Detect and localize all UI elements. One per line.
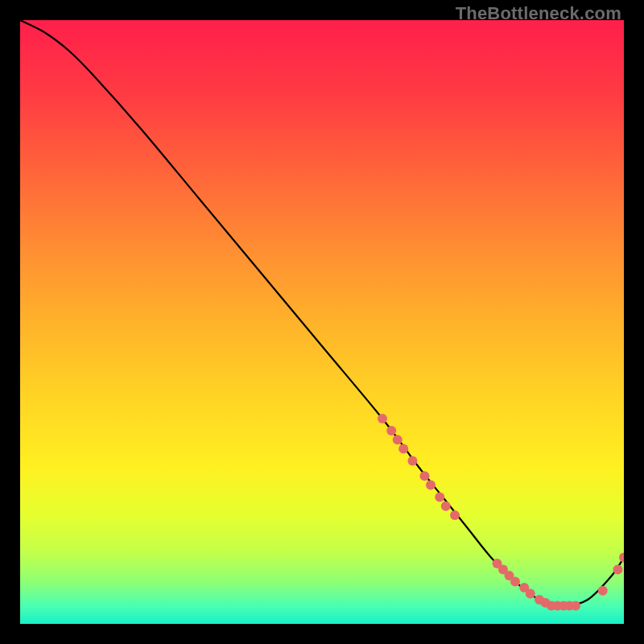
data-marker	[526, 589, 535, 599]
data-marker	[510, 577, 520, 587]
data-marker	[571, 601, 580, 611]
data-marker	[613, 565, 623, 575]
data-marker	[393, 435, 402, 444]
chart-stage: TheBottleneck.com	[0, 0, 644, 644]
data-marker	[435, 493, 444, 502]
chart-svg	[20, 20, 624, 624]
data-marker	[450, 510, 460, 520]
data-marker	[386, 426, 396, 436]
gradient-background	[20, 20, 624, 624]
data-marker	[598, 586, 608, 596]
data-marker	[378, 414, 387, 423]
data-marker	[398, 444, 408, 454]
data-marker	[426, 481, 436, 490]
data-marker	[441, 502, 451, 511]
data-marker	[420, 471, 430, 481]
plot-area	[20, 20, 624, 624]
data-marker	[408, 456, 418, 466]
